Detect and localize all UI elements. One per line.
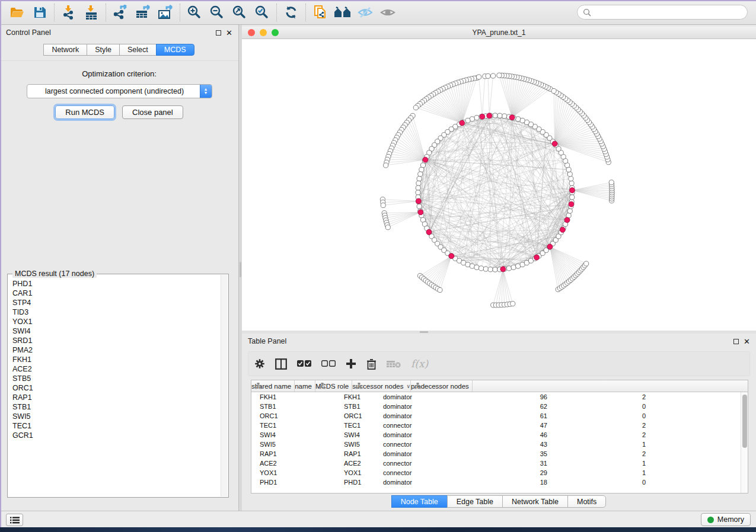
mcds-result-item[interactable]: SRD1 <box>12 336 220 345</box>
table-row[interactable]: FKH1 FKH1 dominator 96 2 <box>251 392 748 402</box>
control-panel-tab[interactable]: MCDS <box>156 44 194 56</box>
import-table-icon[interactable] <box>80 2 103 23</box>
run-mcds-button[interactable]: Run MCDS <box>55 105 114 119</box>
table-settings-icon[interactable] <box>254 358 265 369</box>
column-header[interactable]: name <box>295 380 315 392</box>
cell-name[interactable]: YOX1 <box>324 469 374 476</box>
refresh-layout-icon[interactable] <box>280 2 302 23</box>
cell-mcds-role[interactable]: dominator <box>374 393 466 400</box>
cell-shared-name[interactable]: FKH1 <box>251 393 324 400</box>
open-session-icon[interactable] <box>6 2 28 23</box>
export-network-icon[interactable] <box>109 2 132 23</box>
mcds-result-list[interactable]: PHD1 CAR1 STP4 TID3 YOX1 SWI4 SRD1 PMA2 … <box>12 279 220 496</box>
mcds-result-item[interactable]: GCR1 <box>12 431 220 440</box>
export-table-icon[interactable] <box>132 2 154 23</box>
mcds-result-item[interactable]: YOX1 <box>12 317 220 326</box>
cell-mcds-role[interactable]: dominator <box>374 412 466 419</box>
table-scrollbar-thumb[interactable] <box>742 395 747 448</box>
mcds-list-scrollbar[interactable] <box>221 275 228 496</box>
cell-name[interactable]: STB1 <box>324 403 374 410</box>
cell-shared-name[interactable]: STB1 <box>251 403 324 410</box>
cell-predecessor-nodes[interactable]: 2 <box>552 422 654 429</box>
zoom-selected-icon[interactable] <box>251 2 273 23</box>
function-builder-icon[interactable]: f(x) <box>411 358 428 370</box>
cell-name[interactable]: ACE2 <box>324 460 374 467</box>
delete-table-icon[interactable] <box>387 360 401 368</box>
table-row[interactable]: ACE2 ACE2 connector 31 1 <box>251 459 748 468</box>
first-neighbors-icon[interactable] <box>331 2 354 23</box>
cell-predecessor-nodes[interactable]: 1 <box>552 469 654 476</box>
table-row[interactable]: TEC1 TEC1 connector 47 2 <box>251 421 748 430</box>
table-type-tab[interactable]: Motifs <box>567 495 606 508</box>
table-row[interactable]: STB1 STB1 dominator 62 0 <box>251 402 748 411</box>
cell-mcds-role[interactable]: dominator <box>374 479 466 486</box>
cell-predecessor-nodes[interactable]: 0 <box>552 412 654 419</box>
search-input[interactable] <box>591 8 747 17</box>
mcds-result-item[interactable]: ACE2 <box>12 364 220 374</box>
task-menu-button[interactable] <box>6 514 23 526</box>
mcds-result-item[interactable]: SWI4 <box>12 326 220 336</box>
cell-predecessor-nodes[interactable]: 1 <box>552 460 654 467</box>
mcds-result-item[interactable]: RAP1 <box>12 393 220 402</box>
duplicate-network-icon[interactable] <box>309 2 331 23</box>
network-window-titlebar[interactable]: YPA_prune.txt_1 <box>242 27 756 39</box>
column-header[interactable]: shared name <box>251 380 295 392</box>
cell-successor-nodes[interactable]: 29 <box>466 469 552 476</box>
control-panel-tab[interactable]: Style <box>87 44 120 56</box>
cell-predecessor-nodes[interactable]: 1 <box>552 441 654 448</box>
close-panel-button[interactable]: Close panel <box>122 105 183 119</box>
zoom-out-icon[interactable] <box>206 2 228 23</box>
column-header[interactable]: successor nodes ∨ <box>352 380 411 392</box>
mcds-result-item[interactable]: STB5 <box>12 374 220 383</box>
table-row[interactable]: SWI4 SWI4 dominator 46 2 <box>251 430 748 440</box>
cell-mcds-role[interactable]: dominator <box>374 431 466 438</box>
toggle-columns-icon[interactable] <box>275 358 287 370</box>
mcds-result-item[interactable]: SWI5 <box>12 412 220 421</box>
cell-successor-nodes[interactable]: 18 <box>466 479 552 486</box>
float-panel-icon[interactable] <box>733 339 739 344</box>
mcds-result-item[interactable]: ORC1 <box>12 383 220 393</box>
mcds-result-item[interactable]: FKH1 <box>12 355 220 364</box>
table-type-tab[interactable]: Node Table <box>391 495 448 508</box>
cell-successor-nodes[interactable]: 46 <box>466 431 552 438</box>
cell-shared-name[interactable]: PHD1 <box>251 479 324 486</box>
cell-mcds-role[interactable]: connector <box>374 422 466 429</box>
control-panel-tab[interactable]: Select <box>119 44 157 56</box>
delete-column-icon[interactable] <box>366 358 377 370</box>
table-row[interactable]: RAP1 RAP1 dominator 35 2 <box>251 449 748 459</box>
hide-selected-icon[interactable] <box>354 2 377 23</box>
select-all-checkboxes-icon[interactable] <box>297 360 311 367</box>
cell-mcds-role[interactable]: dominator <box>374 403 466 410</box>
close-panel-icon[interactable]: ✕ <box>226 30 232 36</box>
cell-name[interactable]: TEC1 <box>324 422 374 429</box>
zoom-fit-icon[interactable] <box>228 2 251 23</box>
zoom-in-icon[interactable] <box>183 2 206 23</box>
cell-shared-name[interactable]: YOX1 <box>251 469 324 476</box>
cell-name[interactable]: SWI4 <box>324 431 374 438</box>
optimization-criterion-select[interactable]: largest connected component (undirected)… <box>27 84 212 98</box>
deselect-all-checkboxes-icon[interactable] <box>321 360 336 367</box>
mcds-result-item[interactable]: PHD1 <box>12 279 220 289</box>
cell-name[interactable]: SWI5 <box>324 441 374 448</box>
cell-successor-nodes[interactable]: 96 <box>466 393 552 400</box>
mcds-result-item[interactable]: TID3 <box>12 307 220 317</box>
cell-predecessor-nodes[interactable]: 2 <box>552 431 654 438</box>
cell-predecessor-nodes[interactable]: 0 <box>552 403 654 410</box>
mcds-result-item[interactable]: TEC1 <box>12 421 220 431</box>
cell-mcds-role[interactable]: connector <box>374 460 466 467</box>
table-type-tab[interactable]: Edge Table <box>447 495 503 508</box>
cell-name[interactable]: RAP1 <box>324 450 374 457</box>
table-scrollbar[interactable] <box>741 392 748 493</box>
network-canvas[interactable] <box>242 39 756 331</box>
cell-successor-nodes[interactable]: 31 <box>466 460 552 467</box>
cell-shared-name[interactable]: ORC1 <box>251 412 324 419</box>
show-all-icon[interactable] <box>377 2 399 23</box>
table-row[interactable]: PHD1 PHD1 dominator 18 0 <box>251 477 748 487</box>
cell-name[interactable]: FKH1 <box>324 393 374 400</box>
cell-shared-name[interactable]: ACE2 <box>251 460 324 467</box>
cell-shared-name[interactable]: SWI4 <box>251 431 324 438</box>
cell-name[interactable]: PHD1 <box>324 479 374 486</box>
search-box[interactable] <box>577 5 748 20</box>
cell-successor-nodes[interactable]: 62 <box>466 403 552 410</box>
export-image-icon[interactable] <box>154 2 177 23</box>
